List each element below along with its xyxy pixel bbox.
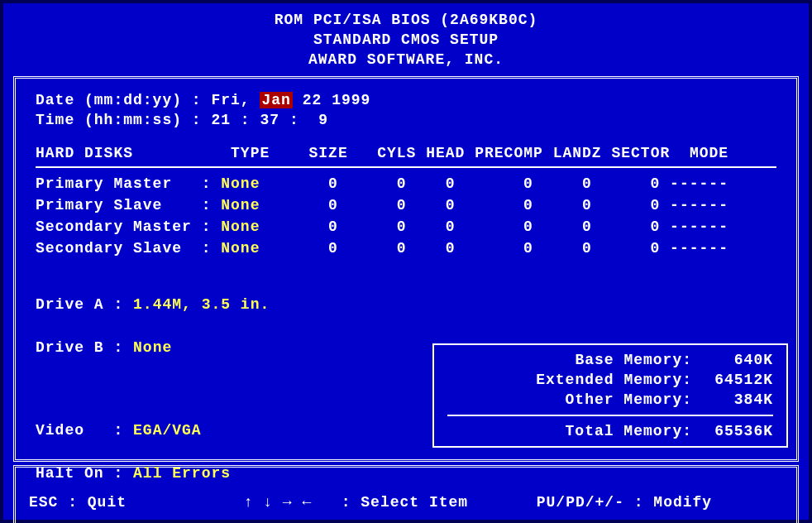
date-label: Date (mm:dd:yy) :: [36, 92, 202, 108]
disk-title: HARD DISKS: [36, 145, 133, 161]
col-head: HEAD: [426, 145, 465, 161]
ext-mem-value: 64512K: [699, 370, 773, 390]
halt-value: All Errors: [133, 465, 231, 482]
halt-setting[interactable]: Halt On : All Errors: [36, 463, 776, 484]
disk-row-2[interactable]: Secondary Master : None 0 0 0 0 0 0 ----…: [36, 216, 776, 238]
col-sector: SECTOR: [611, 145, 670, 161]
time-hh[interactable]: 21: [211, 112, 231, 128]
time-field[interactable]: Time (hh:mm:ss) : 21 : 37 : 9: [36, 110, 776, 130]
header-line3: AWARD SOFTWARE, INC.: [10, 50, 802, 70]
video-label: Video :: [36, 422, 123, 439]
ext-mem-label: Extended Memory:: [536, 370, 699, 390]
other-memory: Other Memory:384K: [447, 390, 773, 410]
halt-label: Halt On :: [36, 465, 123, 482]
date-field[interactable]: Date (mm:dd:yy) : Fri, Jan 22 1999: [36, 90, 776, 110]
col-mode: MODE: [690, 145, 728, 161]
disk-table-header: HARD DISKS TYPE SIZE CYLS HEAD PRECOMP L…: [36, 143, 776, 163]
date-year[interactable]: 1999: [332, 92, 370, 108]
disk-row-0[interactable]: Primary Master : None 0 0 0 0 0 0 ------: [36, 173, 776, 194]
col-size: SIZE: [309, 145, 348, 161]
drive-a[interactable]: Drive A : 1.44M, 3.5 in.: [36, 294, 776, 315]
drive-a-value: 1.44M, 3.5 in.: [133, 296, 270, 313]
ext-memory: Extended Memory:64512K: [447, 370, 773, 390]
date-month-selected[interactable]: Jan: [260, 92, 292, 108]
total-mem-label: Total Memory:: [566, 421, 699, 441]
drive-b-value: None: [133, 339, 172, 356]
mem-divider: [447, 415, 773, 416]
col-landz: LANDZ: [553, 145, 602, 161]
col-precomp: PRECOMP: [475, 145, 543, 161]
base-mem-label: Base Memory:: [575, 350, 699, 370]
date-day[interactable]: 22: [303, 92, 322, 108]
header-line2: STANDARD CMOS SETUP: [10, 30, 802, 50]
bios-screen: ROM PCI/ISA BIOS (2A69KB0C) STANDARD CMO…: [0, 0, 812, 523]
total-memory: Total Memory:65536K: [447, 421, 773, 441]
base-mem-value: 640K: [699, 350, 773, 370]
main-box: Date (mm:dd:yy) : Fri, Jan 22 1999 Time …: [13, 76, 799, 462]
date-dow: Fri,: [211, 92, 250, 108]
disk-row-3[interactable]: Secondary Slave : None 0 0 0 0 0 0 -----…: [36, 238, 776, 259]
memory-box: Base Memory:640K Extended Memory:64512K …: [432, 343, 788, 448]
time-label: Time (hh:mm:ss) :: [36, 112, 202, 128]
time-ss[interactable]: 9: [318, 112, 328, 128]
col-cyls: CYLS: [377, 145, 416, 161]
base-memory: Base Memory:640K: [447, 350, 773, 370]
hard-disks-table: HARD DISKS TYPE SIZE CYLS HEAD PRECOMP L…: [36, 143, 776, 259]
divider: [36, 166, 776, 168]
total-mem-value: 65536K: [699, 421, 773, 441]
time-mm[interactable]: 37: [260, 112, 279, 128]
other-mem-value: 384K: [699, 390, 773, 410]
video-value: EGA/VGA: [133, 422, 202, 439]
other-mem-label: Other Memory:: [566, 390, 699, 410]
header: ROM PCI/ISA BIOS (2A69KB0C) STANDARD CMO…: [10, 7, 802, 76]
header-line1: ROM PCI/ISA BIOS (2A69KB0C): [10, 10, 802, 30]
disk-row-1[interactable]: Primary Slave : None 0 0 0 0 0 0 ------: [36, 194, 776, 216]
drive-a-label: Drive A :: [36, 296, 123, 313]
drive-b-label: Drive B :: [36, 339, 123, 356]
col-type: TYPE: [231, 145, 270, 161]
